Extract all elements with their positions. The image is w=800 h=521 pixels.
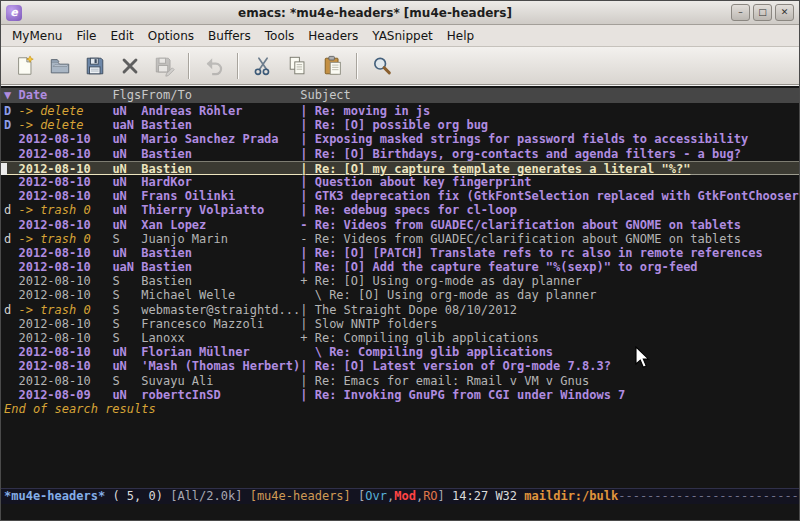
subject-cell: - Re: Videos from GUADEC/clarification a… — [300, 232, 741, 246]
message-row[interactable]: 2012-08-10 S Michael Welle \ Re: [O] Usi… — [4, 288, 799, 302]
cut-button[interactable] — [245, 51, 280, 81]
header-col-subject[interactable]: Subject — [300, 88, 351, 102]
mark-char: d — [4, 232, 18, 246]
modeline-mod: Mod — [394, 489, 416, 503]
message-row[interactable]: 2012-08-10 S Francesco Mazzoli | Slow NN… — [4, 317, 799, 331]
subject-cell: \ Re: [O] Using org-mode as day planner — [300, 288, 596, 302]
mark-char — [4, 345, 18, 359]
subject-cell: - Re: Videos from GUADEC/clarification a… — [300, 218, 741, 232]
message-row[interactable]: 2012-08-10 uN Frans Oilinki | GTK3 depre… — [4, 189, 799, 203]
isearch-button[interactable] — [364, 51, 399, 81]
subject-cell: | Re: [O] my capture template generates … — [300, 162, 690, 176]
cut-icon — [252, 55, 274, 77]
modeline-plain: 14:27 — [452, 489, 495, 503]
header-col-from[interactable]: From/To — [141, 88, 300, 102]
subject-cell: | Re: [O] Birthdays, org-contacts and ag… — [300, 147, 741, 161]
message-row[interactable]: 2012-08-10 uN Bastien | Re: [O] my captu… — [1, 161, 799, 175]
emacs-window: e emacs: *mu4e-headers* [mu4e-headers] –… — [0, 0, 800, 521]
message-row[interactable]: 2012-08-09 uN robertcInSD | Re: Invoking… — [4, 388, 799, 402]
mark-char: D — [4, 118, 18, 132]
menu-item-options[interactable]: Options — [141, 27, 201, 45]
subject-cell: | Exposing masked strings for password f… — [300, 132, 748, 146]
mark-char — [4, 218, 18, 232]
message-row[interactable]: 2012-08-10 S Lanoxx + Re: Compiling glib… — [4, 331, 799, 345]
date-cell: 2012-08-10 — [18, 288, 112, 302]
date-cell: 2012-08-10 — [18, 331, 112, 345]
open-file-button[interactable] — [42, 51, 77, 81]
date-cell: 2012-08-10 — [18, 274, 112, 288]
close-button[interactable]: ✕ — [775, 4, 794, 21]
from-cell: robertcInSD — [141, 388, 300, 402]
new-file-icon — [14, 55, 36, 77]
flags-cell: uN — [112, 388, 141, 402]
maximize-button[interactable]: □ — [753, 4, 772, 21]
message-row[interactable]: d -> trash 0 S Juanjo Marin - Re: Videos… — [4, 232, 799, 246]
toolbar-separator — [188, 53, 190, 79]
date-cell: 2012-08-10 — [18, 359, 112, 373]
window-title: emacs: *mu4e-headers* [mu4e-headers] — [22, 6, 728, 20]
date-cell: 2012-08-10 — [18, 260, 112, 274]
from-cell: Bastien — [141, 162, 300, 176]
message-row[interactable]: 2012-08-10 uaN Bastien | Re: [O] Add the… — [4, 260, 799, 274]
mark-char — [4, 359, 18, 373]
message-row[interactable]: 2012-08-10 uN 'Mash (Thomas Herbert)| Re… — [4, 359, 799, 373]
message-row[interactable]: 2012-08-10 S Suvayu Ali | Re: Emacs for … — [4, 374, 799, 388]
menu-item-edit[interactable]: Edit — [104, 27, 141, 45]
subject-cell: | GTK3 deprecation fix (GtkFontSelection… — [300, 189, 799, 203]
flags-cell: S — [112, 232, 141, 246]
paste-button[interactable] — [315, 51, 350, 81]
menu-item-buffers[interactable]: Buffers — [201, 27, 258, 45]
menu-item-headers[interactable]: Headers — [301, 27, 365, 45]
emacs-icon[interactable]: e — [6, 5, 22, 21]
title-bar[interactable]: e emacs: *mu4e-headers* [mu4e-headers] –… — [1, 1, 799, 25]
message-row[interactable]: 2012-08-10 uN Mario Sanchez Prada | Expo… — [4, 132, 799, 146]
minimize-button[interactable]: – — [731, 4, 750, 21]
flags-cell: uN — [112, 359, 141, 373]
message-row[interactable]: 2012-08-10 uN Bastien | Re: [O] [PATCH] … — [4, 246, 799, 260]
modeline-ovr: Ovr — [365, 489, 387, 503]
buffer-area[interactable]: D -> delete uN Andreas Röhler | Re: movi… — [1, 103, 799, 488]
message-row[interactable]: 2012-08-10 uN Bastien | Re: [O] Birthday… — [4, 147, 799, 161]
message-row[interactable]: D -> delete uN Andreas Röhler | Re: movi… — [4, 104, 799, 118]
mark-char — [4, 274, 18, 288]
save-buffer-button[interactable] — [77, 51, 112, 81]
kill-buffer-button[interactable] — [112, 51, 147, 81]
from-cell: Michael Welle — [141, 288, 300, 302]
date-cell: 2012-08-10 — [18, 132, 112, 146]
mark-char — [4, 246, 18, 260]
from-cell: Suvayu Ali — [141, 374, 300, 388]
message-row[interactable]: 2012-08-10 uN HardKor | Question about k… — [4, 175, 799, 189]
message-row[interactable]: 2012-08-10 uN Xan Lopez - Re: Videos fro… — [4, 218, 799, 232]
subject-cell: + Re: Compiling glib applications — [300, 331, 538, 345]
date-cell: 2012-08-10 — [18, 175, 112, 189]
subject-cell: | Slow NNTP folders — [300, 317, 437, 331]
menu-item-tools[interactable]: Tools — [258, 27, 302, 45]
modeline-plain: ( 5, 0) — [105, 489, 170, 503]
message-row[interactable]: 2012-08-10 S Bastien + Re: [O] Using org… — [4, 274, 799, 288]
modeline-mode: [mu4e-headers] — [250, 489, 358, 503]
message-row[interactable]: D -> delete uaN Bastien | Re: [O] possib… — [4, 118, 799, 132]
flags-cell: uN — [112, 132, 141, 146]
modeline-dir: maildir:/bulk — [524, 489, 618, 503]
flags-cell: S — [112, 288, 141, 302]
header-col-date[interactable]: ▼ Date — [4, 88, 112, 102]
from-cell: Bastien — [141, 260, 300, 274]
flags-cell: uN — [112, 175, 141, 189]
tool-bar — [1, 47, 799, 85]
flags-cell: S — [112, 317, 141, 331]
from-cell: webmaster@straightd... — [141, 303, 300, 317]
menu-item-yasnippet[interactable]: YASnippet — [365, 27, 440, 45]
copy-button[interactable] — [280, 51, 315, 81]
message-row[interactable]: 2012-08-10 uN Florian Müllner \ Re: Comp… — [4, 345, 799, 359]
from-cell: Juanjo Marin — [141, 232, 300, 246]
header-col-flags[interactable]: Flgs — [112, 88, 141, 102]
undo-icon — [203, 55, 225, 77]
message-row[interactable]: d -> trash 0 uN Thierry Volpiatto | Re: … — [4, 203, 799, 217]
menu-item-file[interactable]: File — [69, 27, 103, 45]
menu-item-help[interactable]: Help — [440, 27, 481, 45]
new-file-button[interactable] — [7, 51, 42, 81]
from-cell: Florian Müllner — [141, 345, 300, 359]
message-row[interactable]: d -> trash 0 S webmaster@straightd...| T… — [4, 303, 799, 317]
modeline-buffer: *mu4e-headers* — [4, 489, 105, 503]
menu-item-mymenu[interactable]: MyMenu — [5, 27, 69, 45]
